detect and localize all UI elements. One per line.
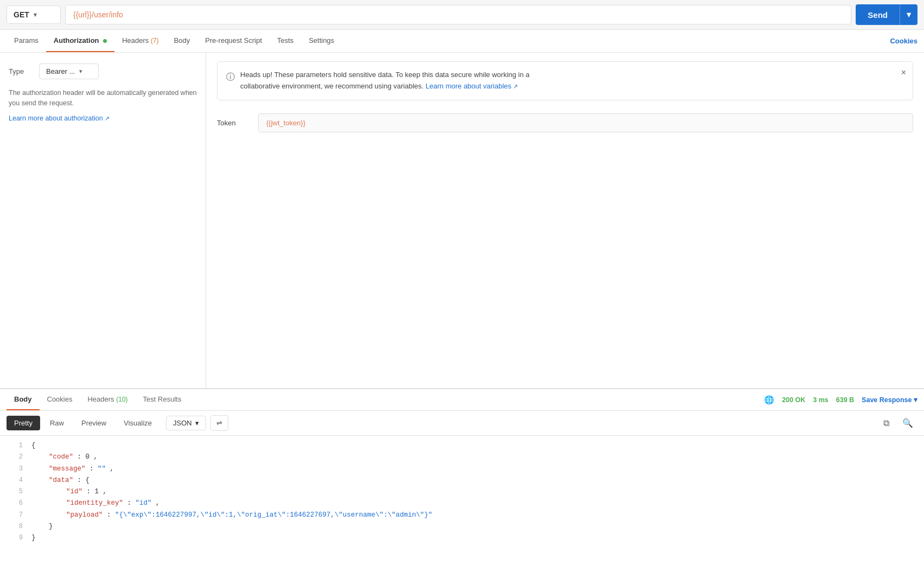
response-section: Body Cookies Headers (10) Test Results 🌐… [0,389,924,572]
tab-headers[interactable]: Headers (7) [114,30,166,52]
auth-content: Type Bearer ... ▾ The authorization head… [0,53,924,388]
search-icon: 🔍 [902,418,913,428]
code-line-3: 3 "message" : "" , [0,463,924,475]
code-line-8: 8 } [0,521,924,532]
response-tab-headers[interactable]: Headers (10) [80,389,135,410]
wrap-icon: ⇌ [216,419,222,427]
token-row: Token {{jwt_token}} [217,113,913,132]
tab-authorization[interactable]: Authorization [46,30,114,52]
send-button[interactable]: Send ▾ [856,4,917,25]
request-tabs: Params Authorization Headers (7) Body Pr… [0,30,924,53]
type-dropdown[interactable]: Bearer ... ▾ [39,63,99,79]
type-chevron-icon: ▾ [79,68,82,75]
language-dropdown[interactable]: JSON ▾ [166,416,206,430]
copy-button[interactable]: ⧉ [879,416,894,430]
language-label: JSON [173,419,192,427]
response-info: 🌐 200 OK 3 ms 639 B Save Response ▾ [764,395,917,405]
response-time: 3 ms [813,396,829,404]
tab-params[interactable]: Params [7,30,46,52]
save-response-chevron-icon: ▾ [914,396,917,404]
response-body[interactable]: 1 { 2 "code" : 0 , 3 "message" : "" , [0,436,924,572]
format-visualize-button[interactable]: Visualize [116,416,159,430]
code-line-9: 9 } [0,532,924,544]
response-size: 639 B [836,396,854,404]
token-label: Token [217,119,249,127]
method-dropdown[interactable]: GET ▾ [7,5,61,24]
format-pretty-button[interactable]: Pretty [7,416,40,430]
format-row: Pretty Raw Preview Visualize JSON ▾ ⇌ ⧉ … [0,411,924,436]
type-value: Bearer ... [46,67,75,75]
response-status: 200 OK [782,396,805,404]
token-input[interactable]: {{jwt_token}} [258,113,913,132]
wrap-text-button[interactable]: ⇌ [210,415,228,431]
alert-close-button[interactable]: × [901,68,906,77]
type-label: Type [9,67,30,75]
auth-description: The authorization header will be automat… [9,88,197,109]
url-input[interactable]: {{url}}/user/info [65,5,851,24]
cookies-link[interactable]: Cookies [890,37,917,45]
send-label: Send [856,5,900,25]
code-line-6: 6 "identity_key" : "id" , [0,498,924,509]
search-button[interactable]: 🔍 [898,416,917,430]
auth-right-panel: ⓘ Heads up! These parameters hold sensit… [206,53,924,388]
type-row: Type Bearer ... ▾ [9,63,197,79]
response-tab-body[interactable]: Body [7,389,40,410]
tab-settings[interactable]: Settings [301,30,342,52]
code-line-5: 5 "id" : 1 , [0,486,924,498]
learn-variables-link[interactable]: Learn more about variables [426,82,518,90]
response-tabs: Body Cookies Headers (10) Test Results 🌐… [0,389,924,411]
tab-body[interactable]: Body [166,30,198,52]
tab-tests[interactable]: Tests [270,30,301,52]
code-line-4: 4 "data" : { [0,475,924,486]
alert-text: Heads up! These parameters hold sensitiv… [240,69,530,92]
method-chevron-icon: ▾ [34,11,37,18]
top-bar: GET ▾ {{url}}/user/info Send ▾ [0,0,924,30]
learn-auth-link[interactable]: Learn more about authorization [9,115,110,122]
method-label: GET [14,10,29,19]
globe-icon: 🌐 [764,395,774,405]
alert-icon: ⓘ [226,70,235,84]
language-chevron-icon: ▾ [195,419,199,427]
tab-prerequest[interactable]: Pre-request Script [197,30,270,52]
sensitive-data-alert: ⓘ Heads up! These parameters hold sensit… [217,61,913,100]
code-line-2: 2 "code" : 0 , [0,452,924,463]
response-tab-test-results[interactable]: Test Results [136,389,189,410]
save-response-button[interactable]: Save Response ▾ [862,396,917,404]
authorization-active-dot [103,39,107,43]
auth-left-panel: Type Bearer ... ▾ The authorization head… [0,53,206,388]
response-tab-cookies[interactable]: Cookies [40,389,80,410]
code-line-1: 1 { [0,440,924,452]
format-raw-button[interactable]: Raw [42,416,72,430]
copy-icon: ⧉ [883,418,889,428]
send-dropdown-chevron-icon[interactable]: ▾ [900,4,917,25]
format-preview-button[interactable]: Preview [74,416,114,430]
code-line-7: 7 "payload" : "{\"exp\":1646227997,\"id\… [0,510,924,521]
